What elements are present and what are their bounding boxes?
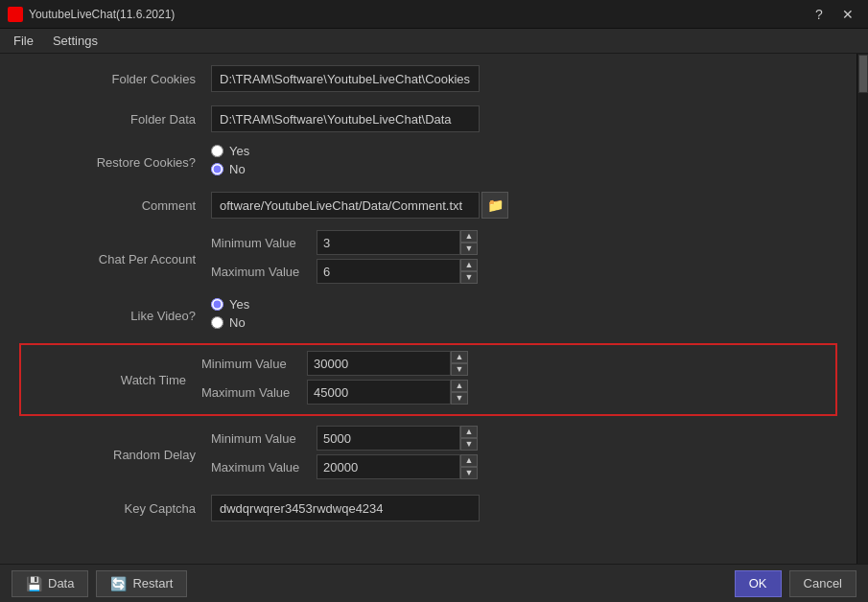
folder-cookies-row: Folder Cookies — [19, 63, 837, 94]
chat-per-account-values: Minimum Value ▲ ▼ Maximum Value ▲ ▼ — [211, 230, 837, 288]
chat-per-account-label: Chat Per Account — [19, 252, 211, 266]
chat-min-label: Minimum Value — [211, 236, 317, 250]
comment-input[interactable] — [211, 192, 480, 219]
window-controls: ? ✕ — [807, 4, 860, 25]
app-icon — [8, 7, 23, 22]
watch-time-section: Watch Time Minimum Value ▲ ▼ Maximum Val… — [19, 343, 837, 416]
random-delay-values: Minimum Value ▲ ▼ Maximum Value ▲ ▼ — [211, 426, 837, 483]
random-max-down[interactable]: ▼ — [460, 467, 478, 479]
random-max-row: Maximum Value ▲ ▼ — [211, 454, 837, 479]
restore-yes-row: Yes — [211, 144, 837, 158]
random-min-input[interactable] — [317, 426, 460, 451]
restore-yes-radio[interactable] — [211, 145, 223, 157]
watch-min-up[interactable]: ▲ — [451, 351, 468, 363]
key-captcha-label: Key Captcha — [19, 501, 211, 516]
window-title: YoutubeLiveChat(11.6.2021) — [29, 8, 807, 21]
chat-max-row: Maximum Value ▲ ▼ — [211, 259, 837, 284]
scrollbar-thumb[interactable] — [858, 55, 868, 93]
random-min-down[interactable]: ▼ — [460, 438, 478, 451]
bottom-right-buttons: OK Cancel — [735, 570, 856, 597]
comment-label: Comment — [19, 198, 211, 213]
browse-icon: 📁 — [487, 197, 504, 213]
restore-cookies-row: Restore Cookies? Yes No — [19, 144, 837, 180]
random-delay-row: Random Delay Minimum Value ▲ ▼ Maximum V… — [19, 426, 837, 483]
like-yes-radio[interactable] — [211, 298, 223, 311]
folder-data-value — [211, 105, 837, 132]
watch-max-down[interactable]: ▼ — [451, 392, 468, 405]
restore-cookies-label: Restore Cookies? — [19, 155, 211, 170]
restore-no-row: No — [211, 162, 837, 176]
folder-cookies-value — [211, 65, 837, 92]
watch-min-row: Minimum Value ▲ ▼ — [201, 351, 828, 376]
comment-row: Comment 📁 — [19, 190, 837, 220]
folder-data-row: Folder Data — [19, 104, 837, 134]
help-button[interactable]: ? — [807, 4, 832, 25]
chat-min-input[interactable] — [317, 230, 460, 255]
chat-min-row: Minimum Value ▲ ▼ — [211, 230, 837, 255]
chat-max-input[interactable] — [317, 259, 460, 284]
menu-file[interactable]: File — [4, 31, 43, 51]
like-video-label: Like Video? — [19, 309, 211, 323]
chat-min-up[interactable]: ▲ — [460, 230, 478, 243]
folder-cookies-input[interactable] — [211, 65, 480, 92]
menu-settings[interactable]: Settings — [43, 31, 107, 51]
folder-data-input[interactable] — [211, 105, 480, 132]
close-button[interactable]: ✕ — [835, 4, 860, 25]
restart-icon: 🔄 — [110, 576, 127, 591]
chat-max-up[interactable]: ▲ — [460, 259, 478, 271]
ok-button[interactable]: OK — [735, 570, 782, 597]
key-captcha-row: Key Captcha — [19, 493, 837, 523]
restart-button[interactable]: 🔄 Restart — [96, 570, 187, 597]
like-video-options: Yes No — [211, 297, 837, 334]
data-label: Data — [48, 576, 74, 590]
watch-time-label: Watch Time — [29, 373, 201, 387]
watch-min-spinner: ▲ ▼ — [451, 351, 468, 376]
scroll-content: Folder Cookies Folder Data Restore Cooki… — [0, 54, 856, 564]
random-max-spinner: ▲ ▼ — [460, 454, 478, 479]
data-button[interactable]: 💾 Data — [12, 570, 88, 597]
chat-max-down[interactable]: ▼ — [460, 271, 478, 284]
watch-max-input[interactable] — [307, 380, 451, 405]
key-captcha-input[interactable] — [211, 495, 480, 521]
chat-min-spinner: ▲ ▼ — [460, 230, 478, 255]
like-yes-label: Yes — [229, 297, 249, 312]
like-no-radio[interactable] — [211, 316, 223, 329]
content-area: Folder Cookies Folder Data Restore Cooki… — [0, 54, 868, 564]
like-video-row: Like Video? Yes No — [19, 297, 837, 334]
like-no-label: No — [229, 315, 246, 330]
random-min-label: Minimum Value — [211, 431, 317, 446]
watch-min-input[interactable] — [307, 351, 451, 376]
random-max-input[interactable] — [317, 454, 460, 479]
chat-per-account-row: Chat Per Account Minimum Value ▲ ▼ Maxim… — [19, 230, 837, 288]
chat-max-label: Maximum Value — [211, 265, 317, 279]
restart-label: Restart — [132, 576, 173, 590]
like-no-row: No — [211, 315, 837, 330]
cancel-button[interactable]: Cancel — [789, 570, 856, 597]
data-icon: 💾 — [26, 576, 42, 591]
chat-min-down[interactable]: ▼ — [460, 243, 478, 255]
folder-data-label: Folder Data — [19, 112, 211, 127]
bottom-left-buttons: 💾 Data 🔄 Restart — [12, 570, 187, 597]
title-bar: YoutubeLiveChat(11.6.2021) ? ✕ — [0, 0, 868, 29]
random-delay-label: Random Delay — [19, 448, 211, 462]
random-min-spinner: ▲ ▼ — [460, 426, 478, 451]
random-max-label: Maximum Value — [211, 460, 317, 475]
restore-yes-label: Yes — [229, 144, 249, 158]
random-min-up[interactable]: ▲ — [460, 426, 478, 438]
scrollbar[interactable] — [856, 54, 868, 564]
watch-max-spinner: ▲ ▼ — [451, 380, 468, 405]
random-max-up[interactable]: ▲ — [460, 454, 478, 467]
like-yes-row: Yes — [211, 297, 837, 312]
watch-min-label: Minimum Value — [201, 357, 307, 371]
random-min-row: Minimum Value ▲ ▼ — [211, 426, 837, 451]
watch-max-up[interactable]: ▲ — [451, 380, 468, 392]
comment-input-row: 📁 — [211, 192, 837, 219]
watch-max-row: Maximum Value ▲ ▼ — [201, 380, 828, 405]
watch-min-down[interactable]: ▼ — [451, 363, 468, 376]
watch-max-label: Maximum Value — [201, 385, 307, 400]
restore-no-radio[interactable] — [211, 163, 223, 175]
key-captcha-value — [211, 495, 837, 521]
watch-time-content: Minimum Value ▲ ▼ Maximum Value ▲ ▼ — [201, 351, 828, 408]
browse-button[interactable]: 📁 — [481, 192, 508, 219]
menu-bar: File Settings — [0, 29, 868, 54]
